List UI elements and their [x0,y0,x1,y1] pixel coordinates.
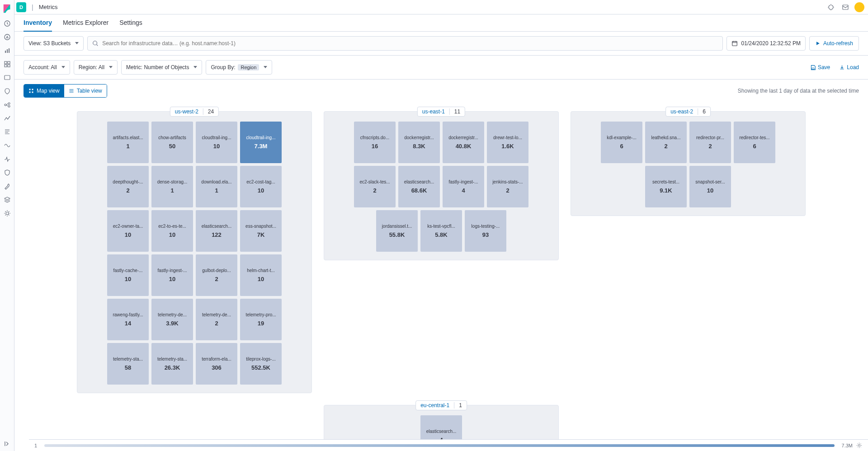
region-label[interactable]: us-east-26 [665,107,711,117]
waffle-node[interactable]: telemetry-de...3.9K [151,299,193,340]
view-toggle-row: Map view Table view Showing the last 1 d… [14,80,868,102]
region-label[interactable]: us-east-111 [417,107,465,117]
tab-metrics-explorer[interactable]: Metrics Explorer [63,19,108,31]
waffle-node[interactable]: terraform-ela...306 [196,343,237,385]
svg-point-14 [829,5,833,9]
waffle-node[interactable]: helm-chart-t...10 [240,254,282,296]
waffle-node[interactable]: dockerregistr...8.3K [398,122,440,163]
inbox-icon[interactable] [840,2,851,13]
breadcrumb-separator: | [30,4,35,11]
map-view-button[interactable]: Map view [24,85,64,97]
waffle-node[interactable]: download.ela...1 [196,166,237,207]
region-label[interactable]: us-west-224 [170,107,219,117]
play-icon [815,41,821,46]
legend-bar: 1 7.3M [29,439,868,451]
user-avatar[interactable] [854,2,864,12]
waffle-node[interactable]: cfnscripts.do...16 [354,122,396,163]
view-selector[interactable]: View: S3 Buckets [24,36,84,51]
waffle-node[interactable]: redirector-pr...2 [689,122,731,163]
metric-filter[interactable]: Metric: Number of Objects [121,60,202,75]
waffle-node[interactable]: ec2-to-es-te...10 [151,210,193,252]
tab-settings[interactable]: Settings [119,19,142,31]
nav-devtools-icon[interactable] [4,183,11,190]
account-filter[interactable]: Account: All [24,60,70,75]
waffle-node[interactable]: snapshot-ser...10 [689,166,731,207]
waffle-node[interactable]: ec2-owner-ta...10 [107,210,149,252]
nav-visualize-icon[interactable] [4,47,11,54]
nav-siem-icon[interactable] [4,169,11,176]
waffle-node[interactable]: cloudtrail-ing...7.3M [240,122,282,163]
collapse-nav-icon[interactable] [4,440,11,447]
waffle-node[interactable]: drewr-test-lo...1.6K [487,122,528,163]
nav-dashboard-icon[interactable] [4,61,11,68]
nav-apm-icon[interactable] [4,142,11,149]
node-value: 2 [708,143,712,150]
tabs: Inventory Metrics Explorer Settings [14,14,868,32]
waffle-node[interactable]: secrets-test...9.1K [645,166,687,207]
groupby-filter[interactable]: Group By: Region [206,60,272,75]
auto-refresh-button[interactable]: Auto-refresh [809,36,859,51]
search-input[interactable] [102,40,717,47]
waffle-node[interactable]: kdl-example-...6 [601,122,642,163]
nav-metrics-icon[interactable] [4,115,11,122]
waffle-node[interactable]: fastly-cache-...10 [107,254,149,296]
node-label: elasticsearch... [422,429,460,434]
newsfeed-icon[interactable] [826,2,836,13]
waffle-node[interactable]: leathekd.sna...2 [645,122,687,163]
waffle-node[interactable]: telemetry-sta...26.3K [151,343,193,385]
waffle-node[interactable]: cloudtrail-ing...10 [196,122,237,163]
nav-stack-icon[interactable] [4,196,11,203]
waffle-node[interactable]: ec2-cost-tag...10 [240,166,282,207]
waffle-node[interactable]: elasticsearch...122 [196,210,237,252]
table-view-button[interactable]: Table view [64,85,107,97]
save-button[interactable]: Save [810,64,830,70]
waffle-node[interactable]: redirector-tes...6 [734,122,775,163]
search-field[interactable] [87,36,722,51]
datetime-picker[interactable]: 01/24/2020 12:32:52 PM [726,36,806,51]
waffle-node[interactable]: telemetry-sta...58 [107,343,149,385]
nav-maps-icon[interactable] [4,88,11,95]
region-filter[interactable]: Region: All [74,60,118,75]
nav-logs-icon[interactable] [4,128,11,136]
nav-uptime-icon[interactable] [4,155,11,163]
waffle-node[interactable]: fastly-ingest-...4 [443,166,484,207]
nav-canvas-icon[interactable] [4,74,11,81]
waffle-node[interactable]: tileprox-logs-...552.5K [240,343,282,385]
waffle-node[interactable]: ess-snapshot...7K [240,210,282,252]
waffle-node[interactable]: raweng-fastly...14 [107,299,149,340]
region-label[interactable]: eu-central-11 [415,400,467,410]
nav-discover-icon[interactable] [4,33,11,41]
waffle-node[interactable]: chow-artifacts50 [151,122,193,163]
waffle-node[interactable]: elasticsearch...68.6K [398,166,440,207]
waffle-node[interactable]: ec2-slack-tes...2 [354,166,396,207]
waffle-node[interactable]: ks-test-vpcfl...5.8K [420,210,462,252]
waffle-node[interactable]: jordansissel.t...55.8K [376,210,418,252]
kibana-logo-icon[interactable] [2,4,12,14]
auto-refresh-label: Auto-refresh [823,40,853,47]
tab-inventory[interactable]: Inventory [24,19,52,32]
legend-settings-icon[interactable] [856,442,863,449]
nav-management-icon[interactable] [4,210,11,217]
waffle-node[interactable]: telemetry-de...2 [196,299,237,340]
node-value: 10 [169,231,175,238]
node-label: cloudtrail-ing... [242,135,280,140]
load-button[interactable]: Load [839,64,859,70]
space-avatar[interactable]: D [16,2,26,12]
waffle-node[interactable]: telemetry-pro...19 [240,299,282,340]
waffle-node[interactable]: dockerregistr...40.8K [443,122,484,163]
svg-rect-22 [32,92,33,93]
nav-ml-icon[interactable] [4,101,11,108]
waffle-node[interactable]: deepthought-...2 [107,166,149,207]
filter-bar-secondary: Account: All Region: All Metric: Number … [14,56,868,80]
waffle-node[interactable]: gulbot-deplo...2 [196,254,237,296]
node-label: helm-chart-t... [242,268,280,273]
node-value: 1 [126,143,129,150]
waffle-node[interactable]: fastly-ingest-...10 [151,254,193,296]
waffle-node[interactable]: jenkins-stats-...2 [487,166,528,207]
nav-recent-icon[interactable] [4,20,11,27]
waffle-node[interactable]: artifacts.elast...1 [107,122,149,163]
header-bar: D | Metrics [14,0,868,14]
datetime-value: 01/24/2020 12:32:52 PM [741,40,801,47]
waffle-node[interactable]: logs-testing-...93 [465,210,506,252]
waffle-node[interactable]: dense-storag...1 [151,166,193,207]
